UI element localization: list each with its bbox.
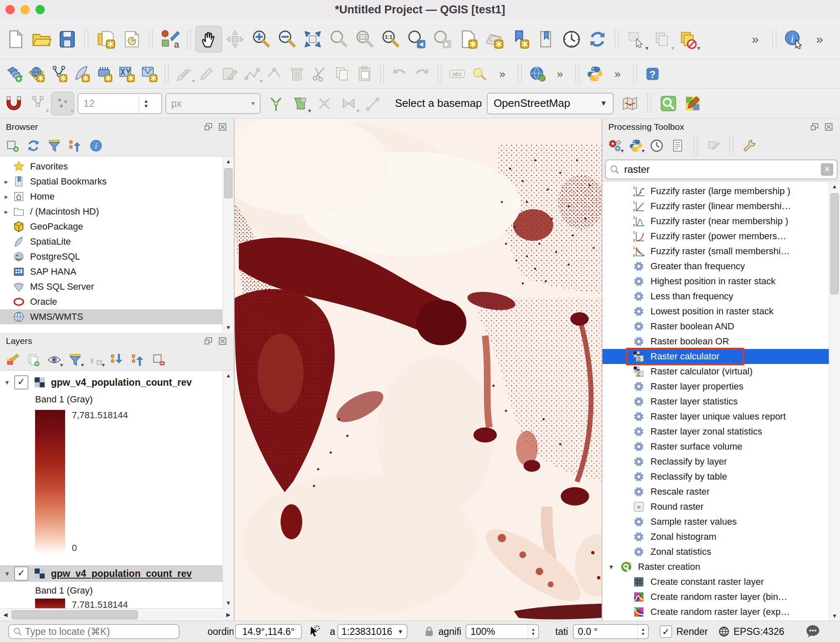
layers-horizontal-scrollbar[interactable]: ◀ ▶ [0, 608, 234, 621]
expand-all-button[interactable] [108, 351, 126, 369]
toolbox-item-raster-boolean-or[interactable]: Raster boolean OR [602, 334, 840, 349]
toolbar-overflow-3-button[interactable]: » [491, 63, 514, 85]
toolbox-item-zonal-statistics[interactable]: Zonal statistics [602, 544, 840, 559]
self-snapping-button[interactable]: ▾ [337, 92, 360, 115]
float-panel-button[interactable] [203, 336, 214, 346]
new-spatial-bookmark-button[interactable] [507, 26, 533, 52]
magnifier-spinner[interactable]: ▲▼ [528, 625, 538, 638]
paste-features-button[interactable] [353, 63, 376, 85]
collapse-arrow-icon[interactable]: ▾ [0, 378, 14, 387]
topological-editing-button[interactable] [265, 92, 287, 115]
zoom-to-selection-button[interactable] [326, 26, 352, 52]
toolbox-item-rescale-raster[interactable]: Rescale raster [602, 484, 840, 499]
save-project-button[interactable] [54, 26, 80, 52]
data-source-manager-button[interactable] [3, 63, 25, 85]
float-panel-button[interactable] [203, 121, 214, 132]
expand-arrow-icon[interactable]: ▸ [0, 177, 13, 186]
new-3d-map-view-button[interactable] [481, 26, 507, 52]
toolbox-item-fuzzify-raster-linear-membershi[interactable]: 10Fuzzify raster (linear membershi… [602, 199, 840, 214]
vertex-tool-button[interactable] [263, 63, 286, 85]
toolbox-item-raster-calculator[interactable]: Raster calculator [602, 349, 840, 364]
collapse-arrow-icon[interactable]: ▾ [0, 569, 14, 578]
identify-features-button[interactable]: i [781, 26, 807, 52]
rotation-spinner[interactable]: ▲▼ [638, 625, 648, 638]
new-project-button[interactable] [3, 26, 28, 52]
toolbox-item-raster-boolean-and[interactable]: Raster boolean AND [602, 319, 840, 334]
add-favorite-button[interactable] [3, 136, 22, 155]
toolbox-item-raster-creation[interactable]: ▾Raster creation [602, 559, 840, 574]
history-button[interactable] [648, 136, 666, 155]
deselect-features-button[interactable]: ▾ [649, 26, 675, 52]
zoom-next-button[interactable] [429, 26, 455, 52]
undo-button[interactable] [388, 63, 411, 85]
new-virtual-layer-button[interactable] [115, 63, 138, 85]
toolbox-item-fuzzify-raster-small-membershi[interactable]: 10Fuzzify raster (small membershi… [602, 244, 840, 259]
style-manager-button[interactable]: a [157, 26, 183, 52]
crs-status[interactable]: EPSG:4326 [734, 626, 784, 637]
scroll-left-arrow[interactable]: ◀ [0, 609, 11, 621]
collapse-arrow-icon[interactable]: ▾ [606, 563, 617, 571]
pan-map-button[interactable] [195, 26, 222, 53]
scroll-down-arrow[interactable]: ▼ [829, 611, 840, 621]
expand-arrow-icon[interactable]: ▸ [0, 192, 13, 201]
redo-button[interactable] [411, 63, 433, 85]
layer-item-1[interactable]: ▾ ✓ gpw_v4_population_count_rev [0, 374, 223, 391]
layer-item-2[interactable]: ▾ ✓ gpw_v4_population_count_rev [0, 565, 223, 582]
toolbox-item-greater-than-frequency[interactable]: Greater than frequency [602, 259, 840, 274]
show-layout-manager-button[interactable] [119, 26, 144, 52]
layer-visibility-checkbox[interactable]: ✓ [14, 566, 28, 581]
toolbox-item-round-raster[interactable]: ≈Round raster [602, 499, 840, 514]
manage-visibility-button[interactable]: ▾ [45, 351, 63, 369]
browser-item-home[interactable]: ▸Home [0, 189, 234, 204]
new-map-view-button[interactable] [455, 26, 481, 52]
scale-input[interactable] [338, 626, 392, 638]
toolbox-item-reclassify-by-table[interactable]: Reclassify by table [602, 469, 840, 484]
toolbar-overflow-button[interactable]: » [742, 26, 768, 52]
toolbar-overflow-5-button[interactable]: » [606, 63, 629, 85]
copy-features-button[interactable] [331, 63, 353, 85]
remove-layer-group-button[interactable] [149, 351, 168, 369]
zoom-to-layer-button[interactable] [352, 26, 377, 52]
zoom-out-button[interactable] [274, 26, 300, 52]
toolbox-item-fuzzify-raster-near-membership[interactable]: 10Fuzzify raster (near membership ) [602, 214, 840, 229]
avoid-overlap-button[interactable]: ▾ [289, 92, 311, 115]
lock-scale-icon[interactable] [423, 621, 436, 642]
basemap-select[interactable]: OpenStreetMap ▼ [487, 93, 614, 114]
toolbox-item-raster-surface-volume[interactable]: Raster surface volume [602, 439, 840, 454]
scroll-right-arrow[interactable]: ▶ [223, 609, 234, 621]
show-spatial-bookmarks-button[interactable] [533, 26, 559, 52]
locate-input[interactable] [23, 626, 179, 638]
new-spatialite-layer-button[interactable] [70, 63, 93, 85]
save-layer-edits-button[interactable] [218, 63, 240, 85]
toolbox-item-fuzzify-raster-power-members[interactable]: 10Fuzzify raster (power members… [602, 229, 840, 244]
enable-tracing-button[interactable] [362, 92, 384, 115]
expand-arrow-icon[interactable]: ▸ [0, 207, 13, 216]
toolbox-item-raster-layer-properties[interactable]: Raster layer properties [602, 379, 840, 394]
magnifier-input[interactable] [466, 626, 528, 638]
scroll-down-arrow[interactable]: ▼ [223, 598, 234, 608]
toolbox-item-highest-position-in-raster-stack[interactable]: Highest position in raster stack [602, 274, 840, 289]
quickmap-services-button[interactable] [681, 92, 704, 115]
toolbar-overflow-4-button[interactable]: » [549, 63, 571, 85]
toolbox-item-create-random-raster-layer-exp[interactable]: Create random raster layer (exp… [602, 604, 840, 619]
messages-button[interactable] [805, 621, 821, 642]
search-plugin-button[interactable] [657, 92, 680, 115]
delete-selected-button[interactable] [286, 63, 308, 85]
close-panel-button[interactable] [823, 121, 834, 132]
toggle-editing-button[interactable] [195, 63, 218, 85]
invert-selection-button[interactable]: ▾ [675, 26, 701, 52]
toolbox-item-reclassify-by-layer[interactable]: Reclassify by layer [602, 454, 840, 469]
clear-search-icon[interactable]: ✕ [821, 163, 833, 176]
render-checkbox[interactable]: ✓ [660, 625, 672, 638]
new-shapefile-layer-button[interactable] [48, 63, 70, 85]
close-panel-button[interactable] [217, 336, 228, 346]
snapping-on-intersection-button[interactable] [313, 92, 336, 115]
toolbox-item-raster-layer-zonal-statistics[interactable]: Raster layer zonal statistics [602, 424, 840, 439]
zoom-full-extent-button[interactable] [300, 26, 326, 52]
options-button[interactable] [740, 136, 759, 155]
zoom-in-button[interactable] [248, 26, 274, 52]
new-print-layout-button[interactable] [93, 26, 119, 52]
scrollbar-thumb[interactable] [224, 168, 233, 198]
toolbox-scrollbar[interactable]: ▲ ▼ [829, 182, 840, 621]
toggle-editing-multi-button[interactable]: ▾ [173, 63, 195, 85]
